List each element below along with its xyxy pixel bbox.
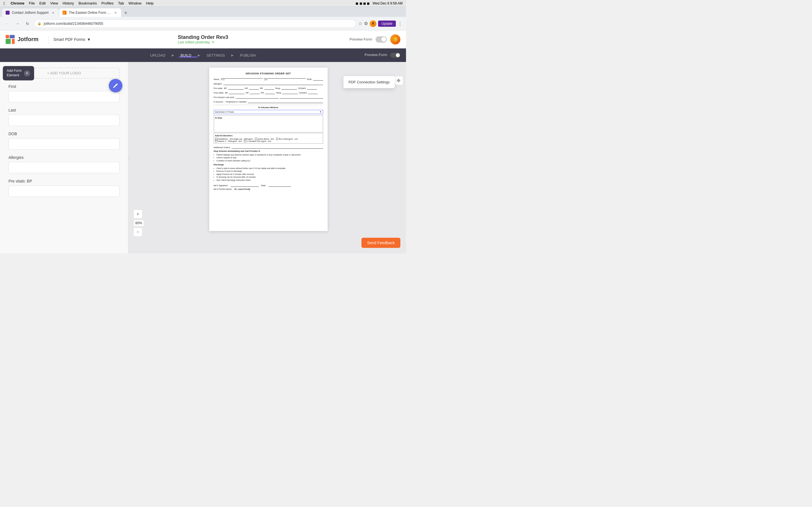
tab2-close[interactable]: ✕ — [113, 10, 118, 15]
zoom-percentage: 80% — [133, 220, 144, 226]
url-text: jotform.com/build/213408446079055 — [44, 21, 103, 25]
pdf-postvitals-row: Post-vitals: BP HR RR Temp O2Sat% — [214, 91, 323, 94]
apple-logo:  — [3, 1, 5, 6]
back-button[interactable]: ← — [3, 20, 11, 27]
menu-edit[interactable]: Edit — [40, 1, 46, 5]
pdf-name-label: Name: — [214, 78, 220, 80]
pdf-allergies-row: Allergies: — [214, 82, 323, 85]
pdf-post-o2sat-label: O2Sat% — [299, 92, 307, 94]
smart-pdf-button[interactable]: Smart PDF Forms ▼ — [53, 37, 91, 42]
pdf-iv-access-field[interactable] — [248, 100, 323, 103]
bookmark-icon[interactable]: ☆ — [358, 21, 362, 26]
pdf-administer-select[interactable]: Administer IV Fluids: ▼ — [214, 110, 323, 114]
pdf-iv-drip-label: IV Drip: — [215, 117, 322, 119]
pdf-booster5-checkbox[interactable] — [276, 138, 278, 140]
new-tab-button[interactable]: + — [122, 9, 130, 17]
tab1-close[interactable]: ✕ — [51, 10, 55, 15]
tab-jotform-builder[interactable]: J The Easiest Online Form Build... ✕ — [59, 8, 121, 17]
add-element-button[interactable]: Add FormElement + — [3, 66, 34, 80]
pdf-bp-label: BP — [224, 87, 227, 90]
pdf-lab-field[interactable] — [236, 95, 279, 99]
zoom-out-button[interactable]: − — [133, 228, 142, 237]
step-arrow-2: ► — [197, 53, 201, 57]
extensions-icon[interactable]: ⚙ — [364, 21, 368, 26]
pdf-printed-label: der's Printed Name: — [214, 188, 232, 190]
pdf-booster4-checkbox[interactable] — [244, 140, 246, 142]
field-dob: DOB — [8, 131, 119, 150]
update-button[interactable]: Update — [378, 20, 396, 27]
pdf-allergies-field[interactable] — [223, 82, 323, 85]
pdf-dob-label: DOB: — [307, 78, 312, 80]
pdf-booster1-checkbox[interactable] — [215, 138, 217, 140]
field-last-input[interactable] — [8, 115, 119, 126]
pdf-booster-4: L-Carnitine 500 mg/ml - 2ml — [244, 140, 271, 142]
step-settings[interactable]: SETTINGS — [201, 53, 231, 57]
plus-icon: + — [24, 70, 30, 76]
step-build[interactable]: BUILD — [175, 53, 197, 57]
pdf-post-bp-label: BP — [225, 92, 228, 94]
pdf-lab-label: Pre-Infusion Lab work: — [214, 96, 235, 99]
pdf-additional-field[interactable] — [232, 145, 323, 149]
jotform-logo[interactable]: Jotform — [6, 35, 38, 44]
menu-window[interactable]: Window — [129, 1, 142, 5]
step-publish[interactable]: PUBLISH — [234, 53, 261, 57]
menu-help[interactable]: Help — [146, 1, 154, 5]
pdf-date-field[interactable] — [268, 183, 291, 187]
field-first-input[interactable] — [8, 91, 119, 102]
pdf-booster3-checkbox[interactable] — [255, 138, 257, 140]
pdf-dob-field[interactable] — [313, 77, 323, 80]
field-allergies-input[interactable] — [8, 162, 119, 173]
tab-bar: Contact Jotform Support ✕ J The Easiest … — [0, 7, 406, 17]
pdf-previtals-label: Pre-vitals: — [214, 87, 223, 90]
pdf-settings-popup[interactable]: PDF Connection Settings — [343, 76, 395, 88]
menu-file[interactable]: File — [29, 1, 35, 5]
refresh-button[interactable]: ↻ — [24, 20, 32, 27]
jotform-header: Jotform Smart PDF Forms ▼ Standing Order… — [0, 31, 406, 48]
pdf-allergies-label: Allergies: — [214, 82, 222, 85]
menu-bookmarks[interactable]: Bookmarks — [79, 1, 97, 5]
pdf-iv-access-label: IV Access: — [214, 101, 223, 103]
pdf-post-temp-field[interactable] — [282, 91, 298, 94]
menu-view[interactable]: View — [50, 1, 58, 5]
pdf-lab-row: Pre-Infusion Lab work: — [214, 95, 323, 99]
svg-rect-4 — [10, 35, 15, 38]
url-bar[interactable]: 🔒 jotform.com/build/213408446079055 — [34, 19, 356, 28]
pdf-post-bp-field[interactable] — [229, 91, 245, 94]
pdf-iv-drip-field[interactable] — [215, 120, 322, 131]
panel-divider[interactable] — [128, 62, 131, 253]
preview-label: Preview Form — [350, 37, 372, 41]
chrome-menu-icon[interactable]: ⋮ — [398, 20, 403, 27]
pdf-date-label: Date: — [261, 184, 266, 187]
pdf-pre-rr-field[interactable] — [264, 86, 274, 90]
tab-contact-jotform[interactable]: Contact Jotform Support ✕ — [2, 8, 59, 17]
menu-tab[interactable]: Tab — [118, 1, 124, 5]
pdf-pre-o2sat-field[interactable] — [307, 86, 317, 90]
pdf-document: INFUSION STANDING ORDER SET Name: First … — [209, 68, 327, 231]
user-avatar[interactable]: 😊 — [390, 34, 400, 45]
svg-rect-5 — [6, 39, 11, 44]
pdf-booster2-checkbox[interactable] — [215, 140, 217, 142]
pdf-sig-field[interactable] — [231, 183, 259, 187]
expand-button[interactable]: ✠ — [394, 76, 403, 85]
pdf-pre-bp-field[interactable] — [228, 86, 244, 90]
pdf-postvitals-label: Post-vitals: — [214, 92, 224, 94]
zoom-in-button[interactable]: + — [133, 210, 142, 219]
field-previtals-input[interactable] — [8, 186, 119, 197]
step-upload[interactable]: UPLOAD — [145, 53, 171, 57]
field-dob-input[interactable] — [8, 138, 119, 150]
pdf-pre-temp-field[interactable] — [282, 86, 297, 90]
menu-profiles[interactable]: Profiles — [101, 1, 113, 5]
menu-chrome[interactable]: Chrome — [10, 1, 24, 5]
pdf-booster3-label: Amino Blend - 3ml — [258, 138, 274, 140]
pdf-lab-field2[interactable] — [280, 95, 323, 99]
preview-toggle[interactable] — [375, 36, 387, 43]
menu-history[interactable]: History — [63, 1, 74, 5]
pdf-post-hr-field[interactable] — [250, 91, 260, 94]
profile-avatar[interactable]: R — [370, 20, 376, 27]
edit-fab-button[interactable] — [109, 79, 122, 93]
pdf-post-rr-field[interactable] — [265, 91, 275, 94]
pdf-pre-hr-field[interactable] — [249, 86, 259, 90]
send-feedback-button[interactable]: Send Feedback — [361, 238, 400, 248]
pdf-post-o2sat-field[interactable] — [308, 91, 318, 94]
forward-button[interactable]: → — [13, 20, 21, 27]
